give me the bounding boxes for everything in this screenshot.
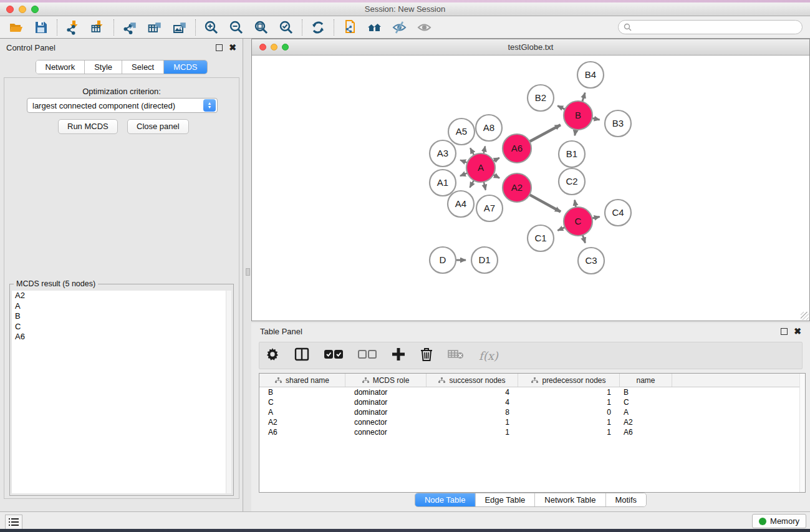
close-panel-button[interactable]: Close panel — [127, 119, 189, 134]
plus-button[interactable] — [392, 347, 405, 364]
maximize-window-button[interactable] — [31, 6, 39, 13]
maximize-network-button[interactable] — [282, 44, 289, 51]
zoom-in-button[interactable] — [199, 17, 224, 37]
table-scrollbar[interactable] — [799, 374, 805, 492]
edge-A-A6[interactable] — [493, 158, 499, 161]
edge-A-A4[interactable] — [470, 180, 473, 188]
node-C4[interactable]: C4 — [605, 200, 631, 226]
eye-slash-button[interactable] — [387, 17, 412, 37]
node-B1[interactable]: B1 — [559, 141, 585, 167]
node-A4[interactable]: A4 — [448, 191, 474, 217]
node-C[interactable]: C — [564, 207, 592, 236]
column-header-shared-name[interactable]: shared name — [259, 374, 345, 387]
node-B[interactable]: B — [564, 101, 592, 130]
columns-button[interactable] — [294, 347, 309, 364]
node-A2[interactable]: A2 — [503, 173, 531, 202]
edge-A-A8[interactable] — [484, 146, 485, 153]
checkboxes-unchecked-button[interactable] — [358, 350, 377, 361]
tab-network-table[interactable]: Network Table — [535, 493, 605, 506]
edge-A-A2[interactable] — [493, 175, 499, 178]
mcds-result-item[interactable]: A6 — [12, 332, 231, 342]
network-graph-canvas[interactable]: B4B2BB3A8A5A6A3B1AC2A1A2A4A7C4CC1DD1C3 — [252, 56, 809, 321]
node-A3[interactable]: A3 — [430, 140, 456, 167]
mcds-result-item[interactable]: A2 — [12, 291, 231, 301]
node-D[interactable]: D — [430, 247, 456, 273]
window-resize-grip[interactable] — [801, 312, 809, 320]
close-network-button[interactable] — [259, 44, 266, 51]
export-image-button[interactable] — [167, 17, 192, 37]
splitter-handle[interactable] — [246, 268, 250, 276]
edge-A-A5[interactable] — [470, 148, 474, 155]
node-C1[interactable]: C1 — [528, 225, 554, 251]
table-row[interactable]: A2connector11A2 — [259, 417, 805, 427]
refresh-button[interactable] — [306, 17, 330, 37]
node-C3[interactable]: C3 — [578, 248, 604, 274]
search-input[interactable] — [635, 23, 797, 32]
save-session-button[interactable] — [29, 17, 54, 37]
node-A6[interactable]: A6 — [503, 134, 531, 163]
edge-C-C3[interactable] — [582, 235, 585, 243]
node-B2[interactable]: B2 — [528, 85, 554, 111]
float-table-panel-icon[interactable] — [781, 328, 788, 335]
column-header-name[interactable]: name — [620, 374, 672, 387]
network-window-titlebar[interactable]: testGlobe.txt — [252, 39, 809, 56]
edge-A6-B[interactable] — [529, 125, 561, 142]
close-table-panel-icon[interactable]: ✖ — [794, 328, 801, 335]
column-header-successor-nodes[interactable]: successor nodes — [427, 374, 518, 387]
list-scrollbar[interactable] — [226, 291, 231, 493]
network-document-button[interactable] — [337, 17, 362, 37]
open-session-button[interactable] — [4, 17, 29, 37]
table-row[interactable]: A6connector11A6 — [259, 427, 805, 437]
tab-select[interactable]: Select — [122, 60, 164, 74]
float-panel-icon[interactable] — [216, 44, 223, 51]
node-C2[interactable]: C2 — [559, 168, 585, 195]
edge-A-A7[interactable] — [484, 181, 486, 190]
houses-button[interactable] — [362, 17, 387, 37]
table-row[interactable]: Cdominator41C — [259, 397, 805, 407]
edge-A2-C[interactable] — [529, 195, 561, 211]
export-table-button[interactable] — [142, 17, 167, 37]
run-mcds-button[interactable]: Run MCDS — [58, 119, 118, 134]
node-A1[interactable]: A1 — [430, 170, 456, 196]
close-panel-icon[interactable]: ✖ — [229, 44, 236, 51]
table-row[interactable]: Bdominator41B — [259, 387, 805, 397]
table-row[interactable]: Adominator80A — [259, 407, 805, 417]
zoom-selected-button[interactable] — [274, 17, 299, 37]
zoom-fit-button[interactable] — [249, 17, 274, 37]
edge-B-B2[interactable] — [557, 106, 565, 110]
import-table-button[interactable] — [85, 17, 110, 37]
column-header-MCDS-role[interactable]: MCDS role — [345, 374, 427, 387]
node-A8[interactable]: A8 — [476, 115, 502, 141]
edge-B-B1[interactable] — [575, 130, 576, 136]
node-B3[interactable]: B3 — [605, 110, 631, 137]
minimize-window-button[interactable] — [19, 6, 26, 13]
tab-style[interactable]: Style — [85, 60, 122, 74]
search-field[interactable] — [618, 20, 803, 34]
gear-button[interactable] — [266, 347, 279, 364]
minimize-network-button[interactable] — [271, 44, 277, 51]
node-B4[interactable]: B4 — [577, 62, 604, 88]
zoom-out-button[interactable] — [224, 17, 249, 37]
edge-A-A1[interactable] — [460, 173, 468, 176]
edge-C-C4[interactable] — [592, 216, 599, 218]
checkboxes-checked-button[interactable] — [324, 350, 343, 361]
tab-node-table[interactable]: Node Table — [415, 493, 476, 506]
mcds-result-item[interactable]: C — [12, 322, 231, 332]
tab-edge-table[interactable]: Edge Table — [475, 493, 535, 506]
node-A7[interactable]: A7 — [476, 195, 503, 221]
column-header-predecessor-nodes[interactable]: predecessor nodes — [518, 374, 620, 387]
import-network-button[interactable] — [60, 17, 85, 37]
eye-button[interactable] — [412, 17, 437, 37]
tab-motifs[interactable]: Motifs — [605, 493, 646, 506]
memory-button[interactable]: Memory — [752, 514, 806, 528]
edge-B-B3[interactable] — [592, 118, 600, 120]
mcds-result-item[interactable]: B — [12, 311, 231, 322]
node-A[interactable]: A — [466, 153, 495, 182]
close-window-button[interactable] — [6, 6, 14, 13]
edge-C-C2[interactable] — [575, 200, 576, 208]
optimization-criterion-select[interactable]: largest connected component (directed) ▲… — [27, 98, 218, 113]
tab-network[interactable]: Network — [36, 60, 85, 74]
edge-A-A3[interactable] — [460, 160, 467, 163]
export-network-button[interactable] — [117, 17, 142, 37]
tab-mcds[interactable]: MCDS — [164, 60, 206, 74]
